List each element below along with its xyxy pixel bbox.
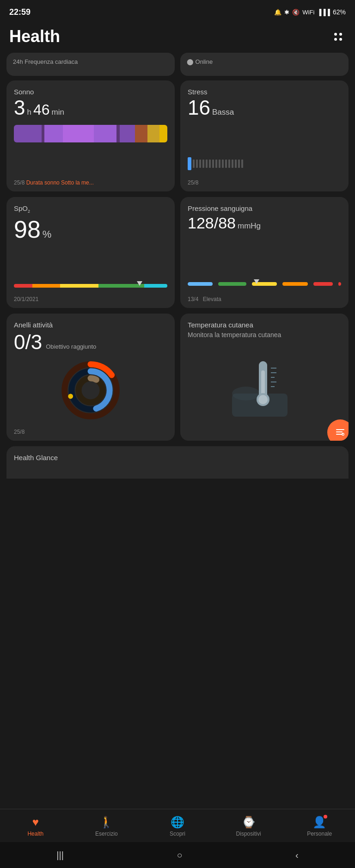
health-icon: ♥: [32, 816, 39, 828]
nav-esercizio[interactable]: 🚶 Esercizio: [88, 816, 125, 837]
nav-dispositivi-label: Dispositivi: [236, 831, 261, 837]
spo2-date: 20/1/2021: [14, 296, 38, 302]
health-glance-partial-card[interactable]: Health Glance: [6, 446, 349, 479]
status-time: 22:59: [9, 7, 31, 17]
system-nav: ||| ○ ‹: [0, 842, 355, 868]
temperatura-label: Temperatura cutanea: [188, 321, 341, 329]
anelli-label: Anelli attività: [14, 321, 167, 329]
activity-rings-svg: [61, 360, 121, 420]
spo2-range-container: [14, 284, 167, 288]
spo2-label: SpO2: [14, 204, 167, 214]
bp-range-container: [188, 282, 341, 288]
sonno-label: Sonno: [14, 88, 167, 96]
nav-health-label: Health: [27, 831, 43, 837]
spo2-footer: 20/1/2021: [14, 296, 167, 302]
svg-rect-18: [336, 429, 344, 430]
svg-point-12: [258, 395, 268, 404]
status-bar: 22:59 🔔 ✱ 🔇 WiFi ▐▐▐ 62%: [0, 0, 355, 22]
sonno-date: 25/8: [14, 179, 24, 186]
stress-bar: [188, 157, 341, 170]
pressione-value-row: 128/88 mmHg: [188, 214, 341, 232]
heart-rate-label: 24h Frequenza cardiaca: [13, 58, 78, 65]
list-icon: [335, 427, 346, 438]
thermometer-svg: [232, 357, 297, 417]
spo2-marker: [137, 281, 142, 286]
sleep-bar: [14, 125, 167, 142]
back-button[interactable]: ‹: [295, 850, 299, 861]
svg-point-6: [68, 394, 73, 399]
sonno-footer: 25/8 Durata sonno Sotto la me...: [14, 179, 167, 186]
alarm-icon: 🔔: [274, 9, 282, 16]
nav-personale-label: Personale: [307, 831, 332, 837]
nav-health[interactable]: ♥ Health: [17, 816, 54, 837]
pressione-card[interactable]: Pressione sanguigna 128/88 mmHg: [180, 197, 349, 308]
temperatura-illustration: [188, 340, 341, 433]
pressione-status: Elevata: [203, 296, 221, 302]
menu-dot: [339, 33, 342, 36]
activity-rings-container: [14, 360, 167, 420]
anelli-footer: 25/8: [14, 429, 167, 435]
nav-personale[interactable]: 👤 Personale: [301, 816, 338, 837]
sonno-minutes: 46: [33, 101, 50, 118]
sonno-unit-h: h: [27, 108, 31, 117]
heart-rate-partial-card[interactable]: 24h Frequenza cardiaca: [6, 53, 175, 76]
pressione-value: 128/88: [188, 214, 236, 232]
anelli-unit: Obiettivo raggiunto: [46, 343, 96, 354]
cards-grid: Sonno 3 h 46 min 25/8: [0, 80, 355, 441]
sleep-segment-1: [14, 125, 42, 142]
stress-value: 16: [188, 98, 210, 118]
svg-rect-10: [261, 370, 265, 396]
recent-apps-button[interactable]: |||: [56, 850, 64, 861]
stress-card[interactable]: Stress 16 Bassa: [180, 80, 349, 191]
health-glance-label: Health Glance: [14, 454, 58, 462]
bp-marker: [254, 279, 259, 284]
pressione-footer: 13/4 Elevata: [188, 296, 341, 302]
anelli-value: 0/3: [14, 331, 42, 354]
sleep-segment-8: [159, 125, 167, 142]
sleep-segment-gap2: [116, 125, 120, 142]
stress-footer: 25/8: [188, 179, 341, 186]
sleep-segment-2: [44, 125, 63, 142]
exercise-icon: 🚶: [99, 816, 113, 829]
signal-icon: ▐▐▐: [317, 9, 330, 16]
sleep-segment-7: [147, 125, 160, 142]
battery-percent: 62%: [333, 8, 346, 16]
more-options-button[interactable]: [331, 31, 346, 43]
nav-esercizio-label: Esercizio: [95, 831, 118, 837]
sleep-segment-gap1: [42, 125, 45, 142]
nav-dispositivi[interactable]: ⌚ Dispositivi: [230, 816, 267, 837]
bottom-nav: ♥ Health 🚶 Esercizio 🌐 Scopri ⌚ Disposit…: [0, 809, 355, 842]
anelli-value-row: 0/3 Obiettivo raggiunto: [14, 331, 167, 354]
menu-dot: [339, 38, 342, 41]
nav-scopri[interactable]: 🌐 Scopri: [159, 816, 196, 837]
home-button[interactable]: ○: [177, 850, 182, 861]
menu-dot: [334, 38, 337, 41]
notification-dot: [324, 815, 327, 819]
stress-unit: Bassa: [212, 108, 234, 117]
stress-label: Stress: [188, 88, 341, 96]
sleep-segment-5: [120, 125, 135, 142]
spo2-value: 98: [14, 215, 41, 243]
pressione-label: Pressione sanguigna: [188, 204, 341, 212]
sonno-card[interactable]: Sonno 3 h 46 min 25/8: [6, 80, 175, 191]
stress-active-bar: [188, 157, 191, 170]
spo2-value-row: 98 %: [14, 215, 167, 243]
anelli-card[interactable]: Anelli attività 0/3 Obiettivo raggiunto: [6, 314, 175, 441]
temperatura-card[interactable]: Temperatura cutanea Monitora la temperat…: [180, 314, 349, 441]
discover-icon: 🌐: [171, 816, 184, 829]
nav-scopri-label: Scopri: [170, 831, 185, 837]
pressione-date: 13/4: [188, 296, 198, 302]
sonno-value-row: 3 h 46 min: [14, 98, 167, 118]
stress-date: 25/8: [188, 179, 198, 186]
bp-range-bar: [188, 282, 341, 286]
online-partial-card[interactable]: ⬤ Online: [180, 53, 349, 76]
sleep-segment-3: [63, 125, 93, 142]
menu-dot: [334, 33, 337, 36]
spo2-range-bar: [14, 284, 167, 288]
spo2-card[interactable]: SpO2 98 % 20/1/2021: [6, 197, 175, 308]
page-title: Health: [9, 27, 60, 46]
svg-rect-19: [336, 431, 343, 432]
bluetooth-icon: ✱: [284, 9, 289, 16]
devices-icon: ⌚: [242, 816, 256, 829]
svg-point-4: [79, 378, 103, 402]
